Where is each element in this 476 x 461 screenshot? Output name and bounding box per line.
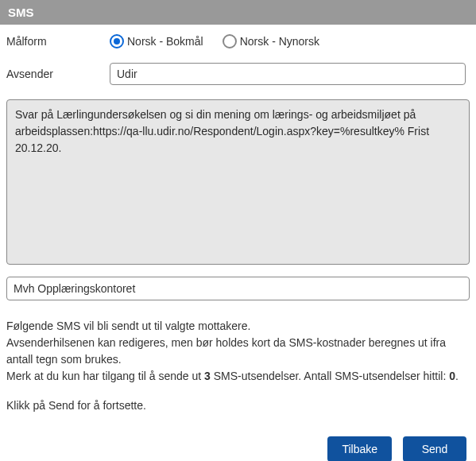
info-text: Følgende SMS vil bli sendt ut til valgte… [6,318,470,385]
radio-icon [110,34,124,48]
info-line2: Avsenderhilsenen kan redigeres, men bør … [6,335,470,368]
panel-header: SMS [0,0,476,25]
language-radio-group: Norsk - Bokmål Norsk - Nynorsk [110,34,319,48]
sender-row: Avsender [6,63,470,85]
radio-bokmaal-label: Norsk - Bokmål [127,35,203,48]
message-textarea [6,99,470,265]
info-line1: Følgende SMS vil bli sendt ut til valgte… [6,318,470,335]
sms-panel: SMS Målform Norsk - Bokmål Norsk - Nynor… [0,0,476,461]
panel-body: Målform Norsk - Bokmål Norsk - Nynorsk A… [0,25,476,461]
sender-input[interactable] [110,63,466,85]
language-label: Målform [6,35,110,48]
radio-nynorsk[interactable]: Norsk - Nynorsk [223,34,319,48]
radio-bokmaal[interactable]: Norsk - Bokmål [110,34,203,48]
radio-icon [223,34,237,48]
radio-nynorsk-label: Norsk - Nynorsk [240,35,319,48]
back-button[interactable]: Tilbake [327,436,392,461]
panel-title: SMS [8,6,34,19]
signature-input[interactable] [6,277,470,300]
info-line3: Merk at du kun har tilgang til å sende u… [6,368,470,385]
button-row: Tilbake Send [6,436,470,461]
language-row: Målform Norsk - Bokmål Norsk - Nynorsk [6,34,470,48]
sender-label: Avsender [6,68,110,80]
cta-text: Klikk på Send for å fortsette. [6,397,470,414]
radio-dot-icon [114,38,120,45]
send-button[interactable]: Send [403,436,466,461]
